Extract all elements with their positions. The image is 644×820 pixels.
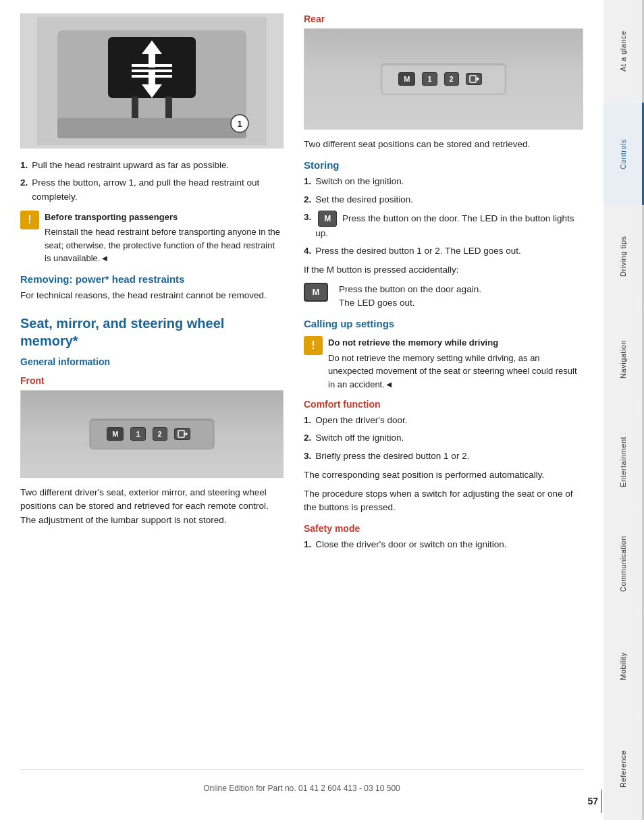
sidebar-navigation: Navigation — [603, 308, 644, 410]
storing-step-2: 2. Set the desired position. — [304, 193, 583, 207]
comfort-text2: The procedure stops when a switch for ad… — [304, 487, 583, 515]
m-button-large: M — [304, 283, 328, 302]
left-step-2: 2. Press the button, arrow 1, and pull t… — [20, 176, 284, 204]
m-press-text: Press the button on the door again.The L… — [339, 283, 481, 310]
warning-text: Before transporting passengers Reinstall… — [45, 211, 284, 265]
calling-warning-icon: ! — [304, 336, 323, 355]
sidebar-communication: Communication — [603, 512, 644, 615]
svg-rect-5 — [132, 64, 172, 67]
calling-warning-body: Do not retrieve the memory setting while… — [328, 353, 577, 389]
comfort-step-2: 2. Switch off the ignition. — [304, 431, 583, 445]
general-info-heading: General information — [20, 356, 284, 367]
sidebar-controls: Controls — [603, 103, 644, 205]
svg-rect-10 — [57, 118, 246, 138]
warning-box: ! Before transporting passengers Reinsta… — [20, 211, 284, 265]
m-button-step3: M — [318, 211, 337, 227]
storing-step-3-text: Press the button on the door. The LED in… — [315, 213, 574, 238]
removing-heading: Removing: power* head restraints — [20, 273, 284, 285]
two-col: 1 1. Pull the head restraint upward as f… — [20, 13, 583, 557]
m-accidentally-label: If the M button is pressed accidentally: — [304, 263, 583, 277]
warning-body: Reinstall the head restraint before tran… — [45, 227, 280, 263]
comfort-heading: Comfort function — [304, 399, 583, 410]
removing-text: For technical reasons, the head restrain… — [20, 289, 284, 302]
warning-icon: ! — [20, 211, 39, 229]
sidebar-reference: Reference — [603, 717, 644, 820]
m-press-block: M Press the button on the door again.The… — [304, 283, 583, 310]
comfort-step-1: 1. Open the driver's door. — [304, 414, 583, 427]
rear-heading: Rear — [304, 13, 583, 24]
storing-step-3: 3. M Press the button on the door. The L… — [304, 211, 583, 240]
storing-heading: Storing — [304, 159, 583, 171]
comfort-text1: The corresponding seat position is perfo… — [304, 468, 583, 482]
front-exit-icon — [174, 428, 190, 440]
rear-exit-icon — [466, 73, 482, 85]
front-description: Two different driver's seat, exterior mi… — [20, 486, 284, 527]
sidebar: At a glance Controls Driving tips Naviga… — [603, 0, 644, 820]
calling-warning-title: Do not retrieve the memory while driving — [328, 336, 583, 350]
page-number-line — [601, 790, 602, 813]
safety-heading: Safety mode — [304, 523, 583, 534]
page-number: 57 — [587, 796, 598, 807]
headrest-image: 1 — [20, 13, 284, 148]
comfort-step-3: 3. Briefly press the desired button 1 or… — [304, 449, 583, 463]
comfort-steps: 1. Open the driver's door. 2. Switch off… — [304, 414, 583, 463]
warning-title: Before transporting passengers — [45, 211, 284, 224]
sidebar-at-a-glance: At a glance — [603, 0, 644, 103]
sidebar-mobility: Mobility — [603, 615, 644, 717]
svg-rect-7 — [132, 75, 172, 78]
rear-btn-1: 1 — [422, 72, 437, 86]
calling-warning-box: ! Do not retrieve the memory while drivi… — [304, 336, 583, 391]
rear-description: Two different seat positions can be stor… — [304, 138, 583, 151]
page-layout: 1 1. Pull the head restraint upward as f… — [0, 0, 644, 820]
front-btn-1: 1 — [130, 427, 145, 441]
svg-text:1: 1 — [237, 119, 242, 129]
svg-marker-18 — [477, 77, 479, 81]
calling-heading: Calling up settings — [304, 318, 583, 329]
front-btn-2: 2 — [153, 427, 167, 441]
rear-seat-image: M 1 2 — [304, 28, 583, 130]
storing-steps: 1. Switch on the ignition. 2. Set the de… — [304, 175, 583, 258]
storing-step-1: 1. Switch on the ignition. — [304, 175, 583, 188]
sidebar-driving-tips: Driving tips — [603, 205, 644, 308]
right-column: Rear M 1 2 — [304, 13, 583, 557]
front-heading: Front — [20, 375, 284, 386]
calling-warning-text: Do not retrieve the memory while driving… — [328, 336, 583, 391]
svg-rect-6 — [132, 70, 172, 72]
rear-m-button: M — [398, 72, 415, 86]
rear-btn-2: 2 — [444, 72, 459, 86]
left-step-1: 1. Pull the head restraint upward as far… — [20, 159, 284, 172]
sidebar-entertainment: Entertainment — [603, 410, 644, 513]
svg-rect-16 — [470, 76, 476, 82]
left-column: 1 1. Pull the head restraint upward as f… — [20, 13, 284, 557]
left-steps-list: 1. Pull the head restraint upward as far… — [20, 159, 284, 204]
safety-step-1: 1. Close the driver's door or switch on … — [304, 538, 583, 551]
storing-step-4: 4. Press the desired button 1 or 2. The … — [304, 244, 583, 258]
footer-text: Online Edition for Part no. 01 41 2 604 … — [203, 784, 400, 793]
main-content: 1 1. Pull the head restraint upward as f… — [0, 0, 603, 820]
main-heading: Seat, mirror, and steering wheel memory* — [20, 315, 284, 350]
svg-rect-13 — [178, 431, 184, 437]
front-seat-image: M 1 2 — [20, 390, 284, 478]
svg-marker-15 — [186, 432, 188, 436]
front-m-button: M — [107, 427, 124, 441]
safety-steps: 1. Close the driver's door or switch on … — [304, 538, 583, 551]
